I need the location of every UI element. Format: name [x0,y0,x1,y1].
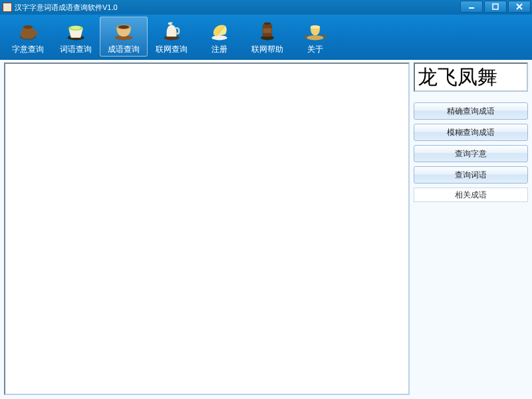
toolbar: 字意查询词语查询成语查询联网查询注册联网帮助关于 [0,15,532,59]
svg-rect-16 [263,28,272,33]
query-button-2[interactable]: 查询字意 [414,145,528,162]
toolbar-label: 成语查询 [108,44,140,55]
toolbar-item-3[interactable]: 联网查询 [148,17,196,57]
maximize-button[interactable] [484,1,507,13]
toolbar-label: 联网查询 [156,44,188,55]
jar-icon [255,19,279,43]
svg-point-17 [264,22,271,25]
svg-point-19 [311,25,320,28]
svg-point-18 [307,35,323,40]
toolbar-item-0[interactable]: 字意查询 [4,17,52,57]
toolbar-item-6[interactable]: 关于 [291,17,339,57]
app-icon [3,3,12,12]
sidebar: 精确查询成语模糊查询成语查询字意查询词语 相关成语 [414,63,528,395]
toolbar-label: 字意查询 [12,44,44,55]
lemon-icon [207,19,231,43]
toolbar-item-4[interactable]: 注册 [196,17,243,57]
toolbar-label: 词语查询 [60,44,92,55]
svg-point-13 [211,35,227,40]
minimize-button[interactable] [460,1,483,13]
svg-point-5 [23,25,33,28]
window-title: 汉字字意词语成语查询软件V1.0 [15,3,118,13]
gold-cup-icon [303,19,327,43]
svg-point-8 [71,25,80,29]
query-button-3[interactable]: 查询词语 [414,166,528,184]
toolbar-item-1[interactable]: 词语查询 [52,17,100,57]
titlebar: 汉字字意词语成语查询软件V1.0 [0,0,532,15]
close-button[interactable] [508,1,531,13]
related-idioms-label: 相关成语 [414,188,528,202]
query-button-0[interactable]: 精确查询成语 [414,102,528,120]
teacup-icon [112,19,136,43]
toolbar-item-2[interactable]: 成语查询 [100,17,148,57]
toolbar-item-5[interactable]: 联网帮助 [243,17,291,57]
pot-icon [16,19,40,43]
content-area: 精确查询成语模糊查询成语查询字意查询词语 相关成语 [0,59,532,399]
pitcher-icon [160,19,184,43]
lime-cup-icon [64,19,88,43]
results-panel [4,63,410,395]
search-input[interactable] [414,63,528,92]
svg-rect-1 [493,4,498,9]
query-button-1[interactable]: 模糊查询成语 [414,124,528,141]
toolbar-label: 联网帮助 [251,44,283,55]
toolbar-label: 注册 [211,44,227,55]
svg-point-11 [118,25,129,28]
toolbar-label: 关于 [307,44,323,55]
